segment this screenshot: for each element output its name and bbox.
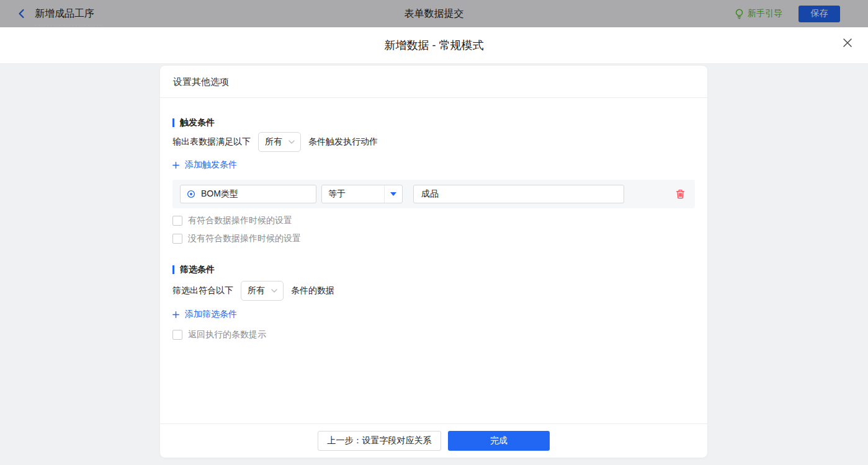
save-button[interactable]: 保存 xyxy=(799,6,840,22)
condition-field-value: BOM类型 xyxy=(201,188,238,200)
trigger-section-label: 触发条件 xyxy=(180,117,215,128)
top-bar: 新增成品工序 表单数据提交 新手引导 保存 xyxy=(0,0,868,27)
dialog-header: 新增数据 - 常规模式 xyxy=(0,27,868,64)
filter-match-mode-value: 所有 xyxy=(248,285,265,296)
has-match-settings-option[interactable]: 有符合数据操作时候的设置 xyxy=(172,214,292,228)
count-tip-label: 返回执行的条数提示 xyxy=(188,329,266,340)
checkbox[interactable] xyxy=(172,234,182,244)
panel-header: 设置其他选项 xyxy=(160,66,707,98)
has-match-settings-label: 有符合数据操作时候的设置 xyxy=(188,215,292,226)
radio-field-type-icon xyxy=(187,190,195,198)
filter-sentence-suffix: 条件的数据 xyxy=(291,285,334,296)
trigger-match-mode-select[interactable]: 所有 xyxy=(258,132,301,152)
count-tip-option[interactable]: 返回执行的条数提示 xyxy=(172,328,266,342)
no-match-settings-option[interactable]: 没有符合数据操作时候的设置 xyxy=(172,232,301,246)
beginner-guide-label: 新手引导 xyxy=(748,8,782,19)
close-icon xyxy=(843,38,852,48)
filter-section-label: 筛选条件 xyxy=(180,264,215,275)
dialog-title: 新增数据 - 常规模式 xyxy=(0,27,868,63)
condition-value-input[interactable]: 成品 xyxy=(413,185,624,203)
condition-operator-select[interactable]: 等于 xyxy=(321,185,403,203)
footer-divider xyxy=(160,423,707,424)
close-dialog-button[interactable] xyxy=(841,36,854,50)
trigger-sentence-suffix: 条件触发执行动作 xyxy=(308,136,378,148)
add-trigger-condition-label: 添加触发条件 xyxy=(185,159,237,170)
plus-icon xyxy=(172,311,179,318)
trigger-section-title: 触发条件 xyxy=(172,117,215,129)
condition-field-select[interactable]: BOM类型 xyxy=(180,185,316,203)
lightbulb-icon xyxy=(735,9,744,19)
trigger-condition-sentence: 输出表数据满足以下 所有 条件触发执行动作 xyxy=(172,132,378,152)
trigger-sentence-prefix: 输出表数据满足以下 xyxy=(172,136,251,148)
triangle-down-icon xyxy=(390,192,396,196)
options-panel: 设置其他选项 触发条件 输出表数据满足以下 所有 条件触发执行动作 添加触发条件 xyxy=(160,66,707,458)
done-button[interactable]: 完成 xyxy=(448,431,550,451)
add-filter-condition-label: 添加筛选条件 xyxy=(185,309,237,320)
top-bar-actions: 新手引导 保存 xyxy=(735,0,840,27)
operator-dropdown-button[interactable] xyxy=(384,185,402,203)
beginner-guide-link[interactable]: 新手引导 xyxy=(735,8,782,19)
chevron-down-icon xyxy=(271,289,277,293)
checkbox[interactable] xyxy=(172,330,182,340)
section-accent-bar xyxy=(172,118,174,127)
trash-icon xyxy=(676,189,685,199)
chevron-down-icon xyxy=(289,140,295,144)
plus-icon xyxy=(172,162,179,169)
filter-sentence-prefix: 筛选出符合以下 xyxy=(172,285,233,296)
checkbox[interactable] xyxy=(172,216,182,226)
app-window: 新增成品工序 表单数据提交 新手引导 保存 新增数据 - 常规模式 xyxy=(0,0,868,465)
filter-match-mode-select[interactable]: 所有 xyxy=(241,281,284,301)
add-filter-condition-link[interactable]: 添加筛选条件 xyxy=(172,308,237,321)
section-accent-bar xyxy=(172,265,174,274)
delete-condition-button[interactable] xyxy=(674,188,686,200)
filter-condition-sentence: 筛选出符合以下 所有 条件的数据 xyxy=(172,281,334,301)
trigger-match-mode-value: 所有 xyxy=(265,136,282,148)
trigger-condition-row: BOM类型 等于 成品 xyxy=(172,180,695,208)
filter-section-title: 筛选条件 xyxy=(172,264,215,276)
add-trigger-condition-link[interactable]: 添加触发条件 xyxy=(172,159,237,171)
no-match-settings-label: 没有符合数据操作时候的设置 xyxy=(188,233,301,244)
previous-step-button[interactable]: 上一步：设置字段对应关系 xyxy=(318,431,441,451)
condition-operator-value: 等于 xyxy=(322,185,384,203)
